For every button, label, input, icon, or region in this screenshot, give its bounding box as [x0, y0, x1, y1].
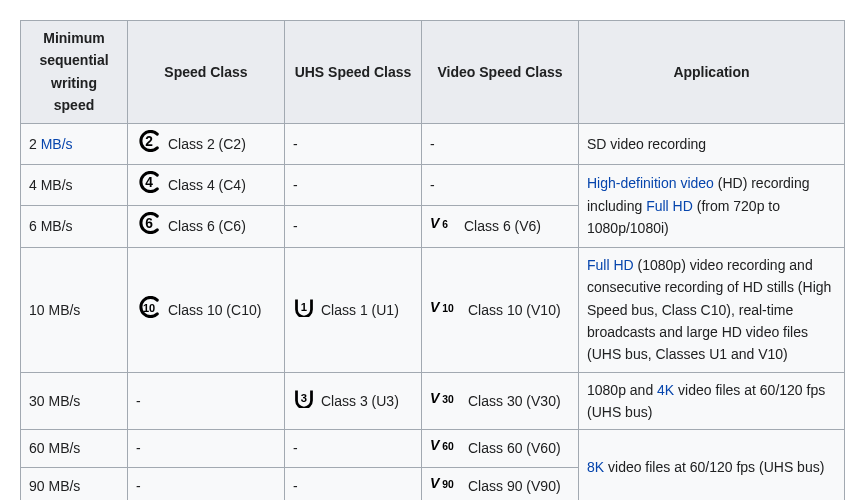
v90-icon: V90 — [430, 474, 462, 498]
header-speed-class: Speed Class — [128, 21, 285, 124]
cell-speed-class: - — [128, 372, 285, 430]
svg-text:10: 10 — [143, 301, 155, 313]
cell-video: - — [422, 164, 579, 205]
full-hd-link[interactable]: Full HD — [587, 257, 634, 273]
svg-text:90: 90 — [442, 479, 454, 490]
cell-video: V10 Class 10 (V10) — [422, 247, 579, 372]
cell-uhs: 3 Class 3 (U3) — [285, 372, 422, 430]
cell-video: - — [422, 123, 579, 164]
cell-uhs: - — [285, 467, 422, 500]
v10-icon: V10 — [430, 298, 462, 322]
svg-text:6: 6 — [442, 219, 448, 230]
svg-text:60: 60 — [442, 441, 454, 452]
svg-text:V: V — [430, 215, 441, 231]
cell-min-speed: 6 MB/s — [21, 206, 128, 247]
cell-speed-class: 6 Class 6 (C6) — [128, 206, 285, 247]
svg-text:V: V — [430, 298, 441, 314]
svg-text:V: V — [430, 475, 441, 491]
cell-video: V60 Class 60 (V60) — [422, 430, 579, 467]
cell-uhs: - — [285, 206, 422, 247]
svg-text:6: 6 — [145, 216, 153, 231]
cell-uhs: - — [285, 164, 422, 205]
header-video-class: Video Speed Class — [422, 21, 579, 124]
svg-text:10: 10 — [442, 302, 454, 313]
v60-icon: V60 — [430, 436, 462, 460]
table-row: 10 MB/s 10 Class 10 (C10) 1 Class 1 (U1) — [21, 247, 845, 372]
v6-icon: V6 — [430, 214, 458, 238]
cell-speed-class: 10 Class 10 (C10) — [128, 247, 285, 372]
u1-icon: 1 — [293, 297, 315, 323]
class-4-icon: 4 — [136, 171, 162, 199]
svg-text:2: 2 — [145, 133, 153, 148]
cell-application: SD video recording — [579, 123, 845, 164]
mbs-link[interactable]: MB/s — [41, 136, 73, 152]
cell-application: High-definition video (HD) recording inc… — [579, 164, 845, 247]
class-6-icon: 6 — [136, 212, 162, 240]
speed-class-table: Minimum sequential writing speed Speed C… — [20, 20, 845, 500]
hd-video-link[interactable]: High-definition video — [587, 175, 714, 191]
svg-text:4: 4 — [145, 175, 153, 190]
cell-application: 1080p and 4K video files at 60/120 fps (… — [579, 372, 845, 430]
cell-speed-class: - — [128, 467, 285, 500]
table-row: 30 MB/s - 3 Class 3 (U3) V30 Class 30 (V… — [21, 372, 845, 430]
cell-uhs: - — [285, 430, 422, 467]
cell-min-speed: 10 MB/s — [21, 247, 128, 372]
v30-icon: V30 — [430, 389, 462, 413]
svg-text:30: 30 — [442, 394, 454, 405]
cell-speed-class: 2 Class 2 (C2) — [128, 123, 285, 164]
cell-min-speed: 60 MB/s — [21, 430, 128, 467]
cell-uhs: - — [285, 123, 422, 164]
table-row: 4 MB/s 4 Class 4 (C4) - - High-definitio… — [21, 164, 845, 205]
cell-min-speed: 2 MB/s — [21, 123, 128, 164]
svg-text:3: 3 — [301, 392, 307, 404]
svg-text:V: V — [430, 390, 441, 406]
cell-application: 8K video files at 60/120 fps (UHS bus) — [579, 430, 845, 500]
cell-video: V30 Class 30 (V30) — [422, 372, 579, 430]
table-header-row: Minimum sequential writing speed Speed C… — [21, 21, 845, 124]
header-application: Application — [579, 21, 845, 124]
class-2-icon: 2 — [136, 130, 162, 158]
4k-link[interactable]: 4K — [657, 382, 674, 398]
cell-video: V6 Class 6 (V6) — [422, 206, 579, 247]
cell-min-speed: 30 MB/s — [21, 372, 128, 430]
u3-icon: 3 — [293, 388, 315, 414]
table-row: 60 MB/s - - V60 Class 60 (V60) 8K video … — [21, 430, 845, 467]
table-row: 2 MB/s 2 Class 2 (C2) - - SD video recor… — [21, 123, 845, 164]
8k-link[interactable]: 8K — [587, 459, 604, 475]
svg-text:1: 1 — [301, 300, 307, 312]
full-hd-link[interactable]: Full HD — [646, 198, 693, 214]
header-min-speed: Minimum sequential writing speed — [21, 21, 128, 124]
cell-min-speed: 4 MB/s — [21, 164, 128, 205]
cell-uhs: 1 Class 1 (U1) — [285, 247, 422, 372]
cell-speed-class: - — [128, 430, 285, 467]
cell-speed-class: 4 Class 4 (C4) — [128, 164, 285, 205]
class-10-icon: 10 — [136, 296, 162, 324]
svg-text:V: V — [430, 437, 441, 453]
cell-application: Full HD (1080p) video recording and cons… — [579, 247, 845, 372]
cell-min-speed: 90 MB/s — [21, 467, 128, 500]
cell-video: V90 Class 90 (V90) — [422, 467, 579, 500]
header-uhs-class: UHS Speed Class — [285, 21, 422, 124]
